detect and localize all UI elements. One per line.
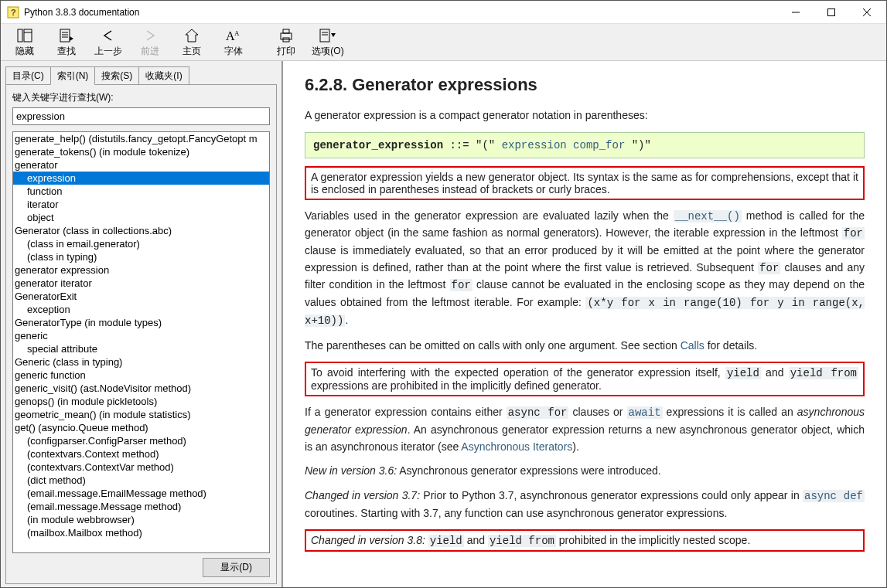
para-new-36: New in version 3.6: Asynchronous generat… bbox=[305, 463, 865, 480]
home-button[interactable]: 主页 bbox=[171, 25, 213, 59]
find-button[interactable]: 查找 bbox=[46, 25, 87, 59]
index-item[interactable]: generator expression bbox=[13, 263, 269, 277]
para-changed-37: Changed in version 3.7: Prior to Python … bbox=[305, 488, 865, 522]
titlebar: ? Python 3.8.3 documentation bbox=[1, 1, 886, 24]
index-item[interactable]: (class in email.generator) bbox=[13, 237, 269, 250]
find-label: 查找 bbox=[57, 45, 76, 58]
index-item[interactable]: (in module webbrowser) bbox=[13, 513, 269, 526]
index-item[interactable]: (contextvars.ContextVar method) bbox=[13, 461, 269, 474]
index-item[interactable]: (email.message.Message method) bbox=[13, 500, 269, 513]
link-expression[interactable]: expression bbox=[495, 139, 566, 151]
index-item[interactable]: geometric_mean() (in module statistics) bbox=[13, 408, 269, 421]
index-item[interactable]: iterator bbox=[13, 198, 269, 211]
toolbar: 隐藏 查找 上一步 前进 主页 AA 字体 打印 选项(O) bbox=[1, 24, 886, 61]
svg-rect-18 bbox=[283, 29, 289, 33]
font-button[interactable]: AA 字体 bbox=[213, 25, 254, 59]
svg-rect-3 bbox=[828, 8, 835, 15]
print-label: 打印 bbox=[277, 45, 295, 58]
highlighted-box-1: A generator expression yields a new gene… bbox=[305, 166, 865, 200]
para-async: If a generator expression contains eithe… bbox=[305, 404, 865, 455]
options-label: 选项(O) bbox=[312, 45, 343, 58]
index-listbox[interactable]: generate_help() (distutils.fancy_getopt.… bbox=[12, 131, 270, 553]
index-item[interactable]: special attribute bbox=[13, 342, 269, 355]
index-item[interactable]: generate_help() (distutils.fancy_getopt.… bbox=[13, 132, 269, 145]
font-label: 字体 bbox=[224, 45, 243, 58]
index-item[interactable]: GeneratorExit bbox=[13, 290, 269, 303]
index-item[interactable]: generator iterator bbox=[13, 277, 269, 290]
svg-rect-20 bbox=[320, 29, 329, 42]
link-async-iterators[interactable]: Asynchronous Iterators bbox=[461, 440, 572, 453]
app-icon: ? bbox=[7, 6, 19, 19]
link-await[interactable]: await bbox=[627, 406, 663, 419]
index-item[interactable]: (mailbox.Mailbox method) bbox=[13, 526, 269, 539]
search-prompt: 键入关键字进行查找(W): bbox=[12, 91, 270, 104]
tab-contents[interactable]: 目录(C) bbox=[5, 66, 51, 85]
options-icon bbox=[319, 27, 336, 44]
index-item[interactable]: GeneratorType (in module types) bbox=[13, 316, 269, 329]
tab-search[interactable]: 搜索(S) bbox=[94, 66, 139, 85]
grammar-box: generator_expression ::= "(" expression … bbox=[305, 132, 865, 158]
para-lazy-eval: Variables used in the generator expressi… bbox=[305, 208, 865, 330]
options-button[interactable]: 选项(O) bbox=[307, 25, 349, 59]
forward-icon bbox=[142, 27, 158, 44]
svg-rect-6 bbox=[18, 29, 22, 42]
svg-text:?: ? bbox=[11, 8, 16, 17]
svg-rect-9 bbox=[60, 29, 70, 42]
index-item[interactable]: generic_visit() (ast.NodeVisitor method) bbox=[13, 382, 269, 395]
show-button[interactable]: 显示(D) bbox=[203, 558, 270, 577]
index-item[interactable]: Generator (class in collections.abc) bbox=[13, 224, 269, 237]
print-button[interactable]: 打印 bbox=[265, 25, 307, 59]
index-item[interactable]: (contextvars.Context method) bbox=[13, 447, 269, 461]
link-async-def[interactable]: async def bbox=[803, 490, 865, 502]
index-item[interactable]: Generic (class in typing) bbox=[13, 355, 269, 369]
maximize-button[interactable] bbox=[814, 1, 849, 24]
minimize-button[interactable] bbox=[778, 1, 814, 24]
index-item[interactable]: (configparser.ConfigParser method) bbox=[13, 434, 269, 447]
forward-button: 前进 bbox=[129, 25, 171, 59]
index-search-input[interactable] bbox=[12, 107, 270, 125]
print-icon bbox=[278, 27, 294, 44]
index-item[interactable]: (dict method) bbox=[13, 474, 269, 487]
window-title: Python 3.8.3 documentation bbox=[24, 7, 778, 18]
tab-index[interactable]: 索引(N) bbox=[50, 66, 96, 85]
find-icon bbox=[59, 27, 74, 44]
hide-button[interactable]: 隐藏 bbox=[4, 25, 46, 59]
index-item[interactable]: get() (asyncio.Queue method) bbox=[13, 421, 269, 434]
link-next[interactable]: __next__() bbox=[674, 210, 742, 223]
intro-para: A generator expression is a compact gene… bbox=[305, 107, 865, 124]
back-icon bbox=[101, 27, 116, 44]
index-item[interactable]: (class in typing) bbox=[13, 250, 269, 263]
link-comp-for[interactable]: comp_for bbox=[567, 139, 626, 151]
tab-favorites[interactable]: 收藏夹(I) bbox=[138, 66, 189, 85]
sidebar-tabs: 目录(C) 索引(N) 搜索(S) 收藏夹(I) bbox=[5, 66, 277, 84]
svg-text:A: A bbox=[234, 29, 240, 37]
home-label: 主页 bbox=[183, 45, 201, 58]
svg-marker-13 bbox=[70, 36, 73, 41]
index-item[interactable]: generic function bbox=[13, 369, 269, 382]
index-item[interactable]: generic bbox=[13, 329, 269, 342]
highlighted-box-3: Changed in version 3.8: yield and yield … bbox=[305, 529, 865, 552]
highlighted-box-2: To avoid interfering with the expected o… bbox=[305, 362, 865, 396]
index-item[interactable]: expression bbox=[13, 172, 269, 185]
index-item[interactable]: genops() (in module pickletools) bbox=[13, 395, 269, 408]
hide-icon bbox=[17, 27, 32, 44]
font-icon: AA bbox=[226, 27, 241, 44]
index-item[interactable]: exception bbox=[13, 303, 269, 316]
index-item[interactable]: generator bbox=[13, 158, 269, 172]
home-icon bbox=[184, 27, 200, 44]
index-item[interactable]: generate_tokens() (in module tokenize) bbox=[13, 145, 269, 158]
sidebar: 目录(C) 索引(N) 搜索(S) 收藏夹(I) 键入关键字进行查找(W): g… bbox=[1, 61, 283, 588]
svg-marker-23 bbox=[331, 33, 336, 37]
content-pane[interactable]: 6.2.8. Generator expressions A generator… bbox=[283, 61, 886, 588]
back-button[interactable]: 上一步 bbox=[87, 25, 129, 59]
close-button[interactable] bbox=[849, 1, 885, 24]
svg-marker-14 bbox=[186, 29, 198, 42]
index-item[interactable]: object bbox=[13, 211, 269, 224]
para-parentheses: The parentheses can be omitted on calls … bbox=[305, 338, 865, 355]
svg-rect-17 bbox=[281, 33, 292, 39]
forward-label: 前进 bbox=[141, 45, 159, 58]
index-item[interactable]: (email.message.EmailMessage method) bbox=[13, 487, 269, 500]
hide-label: 隐藏 bbox=[15, 45, 34, 58]
link-calls[interactable]: Calls bbox=[681, 339, 704, 352]
index-item[interactable]: function bbox=[13, 185, 269, 198]
